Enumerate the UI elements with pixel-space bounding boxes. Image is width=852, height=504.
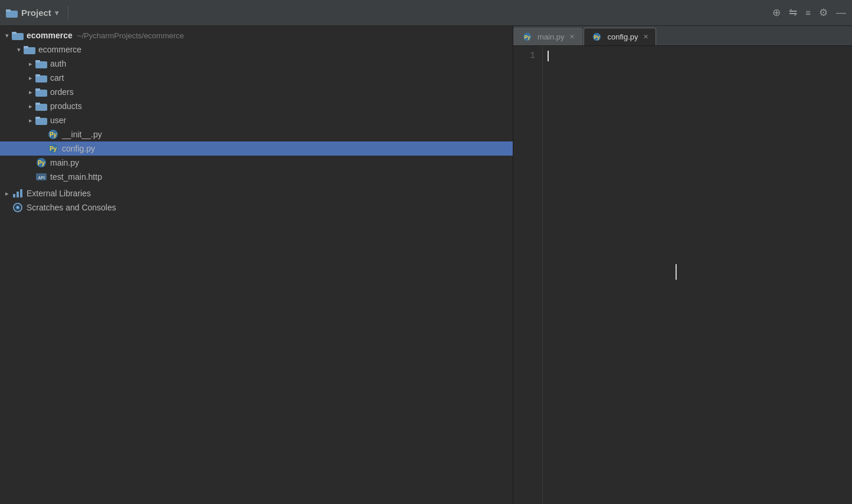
config-py-label: config.py	[62, 144, 95, 153]
svg-text:Py: Py	[38, 160, 45, 166]
chevron-cart	[26, 74, 35, 82]
products-folder-label: products	[50, 101, 82, 111]
svg-text:Py: Py	[50, 131, 57, 138]
tree-test-main-http[interactable]: API test_main.http	[0, 170, 513, 184]
folder-icon-ecommerce	[24, 44, 35, 55]
main-py-label: main.py	[50, 158, 79, 167]
svg-rect-11	[35, 88, 40, 91]
svg-rect-26	[20, 189, 22, 197]
minimize-icon[interactable]: —	[836, 7, 846, 19]
svg-rect-24	[13, 194, 15, 197]
folder-icon	[6, 8, 18, 18]
editor-panel: Py main.py ✕ Py config.py ✕	[513, 26, 852, 504]
cart-folder-label: cart	[50, 73, 64, 83]
svg-rect-25	[17, 192, 19, 197]
tree-auth[interactable]: auth	[0, 57, 513, 71]
tab-close-config-py[interactable]: ✕	[643, 33, 648, 41]
tree-external-libraries[interactable]: External Libraries	[0, 186, 513, 200]
line-number-1: 1	[513, 51, 535, 60]
dropdown-arrow-icon[interactable]: ▾	[55, 9, 58, 17]
svg-text:Py: Py	[524, 34, 530, 40]
tree-cart[interactable]: cart	[0, 71, 513, 85]
toolbar: Project ▾ ⊕ ⇋ ≡ ⚙ —	[0, 0, 852, 26]
user-folder-label: user	[50, 116, 66, 125]
init-py-label: __init__.py	[62, 130, 102, 139]
chevron-ext-lib	[2, 190, 12, 197]
tab-python-icon-main: Py	[521, 32, 533, 42]
mouse-cursor-icon: │	[673, 264, 681, 279]
tree-products[interactable]: products	[0, 99, 513, 113]
svg-text:API: API	[38, 176, 45, 180]
line-numbers: 1	[513, 46, 543, 504]
http-icon: API	[35, 172, 47, 182]
tab-close-main-py[interactable]: ✕	[569, 33, 575, 41]
orders-folder-label: orders	[50, 87, 74, 97]
code-editor[interactable]: 1 │	[513, 46, 852, 504]
scratches-label: Scratches and Consoles	[27, 203, 116, 212]
chevron-user	[26, 117, 35, 124]
project-tree[interactable]: ecommerce ~/PycharmProjects/ecommerce ec…	[0, 26, 513, 504]
toolbar-separator-1	[68, 6, 68, 20]
root-folder-path: ~/PycharmProjects/ecommerce	[77, 31, 184, 40]
tree-scratches-consoles[interactable]: Scratches and Consoles	[0, 200, 513, 215]
auth-folder-label: auth	[50, 59, 66, 68]
tree-main-py[interactable]: Py main.py	[0, 156, 513, 170]
svg-rect-5	[24, 46, 28, 48]
chevron-root	[2, 32, 12, 39]
folder-icon-auth	[35, 58, 47, 69]
tree-ecommerce[interactable]: ecommerce	[0, 42, 513, 57]
folder-icon-orders	[35, 87, 47, 97]
tree-init-py[interactable]: Py __init__.py	[0, 127, 513, 141]
tabs-bar: Py main.py ✕ Py config.py ✕	[513, 26, 852, 46]
python-icon-config: Py	[47, 143, 59, 154]
folder-icon-products	[35, 101, 47, 111]
svg-rect-9	[35, 74, 40, 77]
python-icon-init: Py	[47, 129, 59, 140]
chevron-orders	[26, 88, 35, 96]
svg-rect-13	[35, 103, 40, 105]
ecommerce-folder-label: ecommerce	[38, 45, 81, 54]
svg-rect-1	[6, 9, 11, 12]
ext-lib-icon	[12, 188, 24, 199]
svg-rect-15	[35, 117, 40, 119]
test-main-http-label: test_main.http	[50, 172, 102, 182]
chevron-ecommerce	[14, 46, 24, 54]
svg-rect-3	[12, 32, 17, 34]
tab-label-config-py: config.py	[608, 32, 638, 41]
text-cursor	[548, 51, 549, 61]
folder-icon-root	[12, 30, 24, 41]
chevron-products	[26, 103, 35, 110]
root-folder-label: ecommerce	[27, 31, 73, 40]
svg-rect-7	[35, 60, 40, 62]
ext-lib-label: External Libraries	[27, 189, 91, 198]
tab-config-py[interactable]: Py config.py ✕	[584, 28, 656, 45]
toolbar-icons: ⊕ ⇋ ≡ ⚙ —	[772, 6, 846, 19]
svg-text:Py: Py	[594, 34, 600, 40]
folder-icon-cart	[35, 73, 47, 83]
tab-main-py[interactable]: Py main.py ✕	[513, 28, 582, 45]
tree-user[interactable]: user	[0, 113, 513, 127]
settings-icon[interactable]: ⚙	[819, 6, 828, 19]
svg-text:Py: Py	[50, 146, 57, 152]
collapse-all-icon[interactable]: ≡	[805, 8, 811, 18]
tree-config-py[interactable]: Py config.py	[0, 141, 513, 156]
tree-root[interactable]: ecommerce ~/PycharmProjects/ecommerce	[0, 28, 513, 42]
main-area: ecommerce ~/PycharmProjects/ecommerce ec…	[0, 26, 852, 504]
project-panel-header[interactable]: Project ▾	[6, 8, 58, 18]
chevron-auth	[26, 60, 35, 68]
navigate-icon[interactable]: ⊕	[772, 6, 781, 19]
tab-label-main-py: main.py	[538, 32, 565, 41]
scratches-icon	[12, 202, 24, 213]
python-icon-main: Py	[35, 157, 47, 168]
folder-icon-user	[35, 115, 47, 126]
tree-orders[interactable]: orders	[0, 85, 513, 99]
tab-python-icon-config: Py	[591, 32, 603, 42]
project-label: Project	[21, 8, 51, 18]
svg-point-29	[17, 206, 19, 209]
scroll-source-icon[interactable]: ⇋	[789, 6, 797, 19]
editor-text-area[interactable]: │	[543, 46, 852, 504]
